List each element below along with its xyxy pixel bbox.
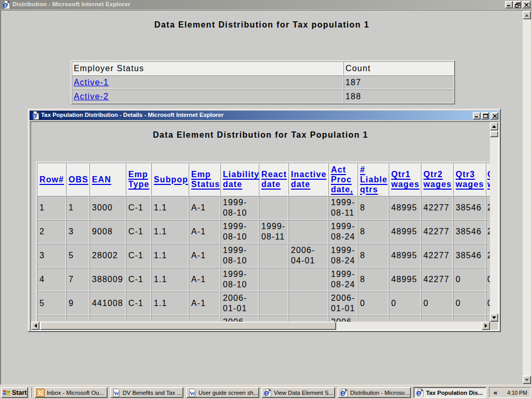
svg-text:W: W: [190, 390, 195, 396]
svg-text:W: W: [114, 390, 119, 396]
